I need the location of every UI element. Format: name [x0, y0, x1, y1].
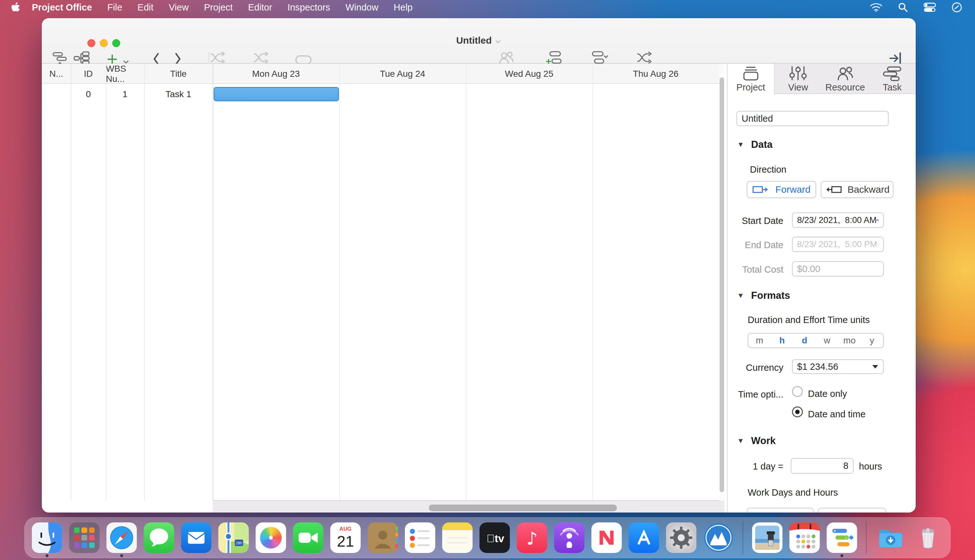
vertical-scrollbar-thumb[interactable] [720, 77, 724, 492]
date-and-time-label[interactable]: Date and time [808, 409, 866, 420]
date-and-time-radio[interactable] [792, 407, 803, 417]
data-section-header[interactable]: ▼ Data [737, 139, 773, 150]
gantt-task-bar[interactable] [214, 87, 339, 101]
dock-calendar-icon[interactable]: AUG21 [330, 522, 361, 553]
direction-forward-button[interactable]: Forward [747, 181, 816, 198]
inspector-panel: ProjectViewResourceTask Untitled ▼ Data … [727, 64, 916, 513]
tab-project-icon [727, 64, 774, 82]
grid-divider [71, 64, 72, 501]
menu-window[interactable]: Window [338, 0, 386, 15]
project-name-field[interactable]: Untitled [736, 111, 889, 126]
tab-label: Task [869, 82, 916, 93]
dock-photos-icon[interactable] [256, 522, 286, 553]
tab-resource[interactable]: Resource [822, 64, 869, 94]
tab-project[interactable]: Project [727, 64, 775, 95]
control-center-icon[interactable] [923, 3, 936, 12]
dock-music-icon[interactable]: ♪ [517, 522, 547, 553]
grid-divider [339, 64, 340, 501]
dock-trash-icon[interactable] [913, 522, 943, 553]
photos-app-icon [256, 522, 286, 553]
menu-editor[interactable]: Editor [241, 0, 280, 15]
baseline-chev-icon [584, 50, 615, 65]
dock-safari-icon[interactable] [107, 522, 137, 553]
svg-text:✓: ✓ [845, 535, 848, 540]
work-section-header[interactable]: ▼ Work [737, 435, 776, 447]
table-cell[interactable] [42, 84, 71, 105]
dock-preview-icon[interactable] [752, 522, 783, 553]
tab-task[interactable]: Task [869, 64, 916, 94]
dock-notes-icon[interactable] [442, 522, 473, 553]
menu-help[interactable]: Help [386, 0, 421, 15]
hours-per-day-field[interactable]: 8 [791, 458, 853, 474]
dock-mail-icon[interactable] [181, 522, 212, 553]
unit-d-segment[interactable]: d [793, 333, 816, 348]
dock-news-icon[interactable] [592, 522, 622, 553]
disclosure-triangle-icon[interactable]: ▼ [737, 437, 744, 445]
shuffle-icon [241, 50, 282, 65]
date-only-label[interactable]: Date only [808, 388, 847, 399]
dock-maps-icon[interactable]: 280 [218, 522, 249, 553]
formats-section-header[interactable]: ▼ Formats [737, 290, 790, 301]
unit-mo-segment[interactable]: mo [838, 333, 861, 348]
disclosure-triangle-icon[interactable]: ▼ [737, 140, 744, 149]
app-window: Untitled ViewAddUndoRedoConnectDisconnec… [42, 18, 916, 513]
direction-backward-button[interactable]: Backward [821, 181, 893, 198]
dock-reminders-icon[interactable] [405, 522, 435, 553]
preview-app-icon [752, 522, 783, 553]
unit-w-segment[interactable]: w [816, 333, 838, 348]
dock-project-office-icon[interactable]: ✓ [827, 522, 857, 553]
svg-text:AUG: AUG [339, 526, 352, 532]
table-column-header[interactable]: Title [144, 64, 212, 84]
dock-app-store-icon[interactable] [629, 522, 659, 553]
window-title: Untitled [42, 35, 916, 46]
dock-launchpad-icon[interactable] [69, 522, 100, 553]
calendar-app-icon: AUG21 [330, 522, 361, 553]
table-cell[interactable]: 1 [106, 84, 144, 105]
menu-inspectors[interactable]: Inspectors [280, 0, 338, 15]
table-cell[interactable]: Task 1 [144, 84, 212, 105]
unit-h-segment[interactable]: h [771, 333, 794, 348]
menu-project[interactable]: Project [196, 0, 241, 15]
menubar-app-name[interactable]: Project Office [24, 2, 100, 13]
start-date-field[interactable]: 8/23/ 2021, 8:00 AM [792, 212, 884, 228]
unit-y-segment[interactable]: y [861, 333, 883, 348]
dock-system-preferences-icon[interactable] [666, 522, 697, 553]
title-chevron-icon[interactable] [495, 40, 501, 43]
table-column-header[interactable]: ID [71, 64, 106, 84]
table-cell[interactable]: 0 [71, 84, 106, 105]
dock-mountain-app-icon[interactable] [703, 522, 734, 553]
dock-contacts-icon[interactable] [368, 522, 398, 553]
menu-view[interactable]: View [161, 0, 196, 15]
group-icon [292, 50, 315, 65]
dock-downloads-icon[interactable] [876, 522, 906, 553]
table-column-header[interactable]: N... [42, 64, 71, 84]
gantt-day-header: Thu Aug 26 [592, 64, 719, 84]
dock-facetime-icon[interactable] [293, 522, 324, 553]
disclosure-triangle-icon[interactable]: ▼ [737, 292, 744, 300]
date-only-radio[interactable] [792, 386, 803, 397]
menu-file[interactable]: File [100, 0, 130, 15]
dock-messages-icon[interactable] [144, 522, 174, 553]
menu-edit[interactable]: Edit [130, 0, 161, 15]
table-column-header[interactable]: WBS Nu... [106, 64, 144, 84]
gantt-day-header: Wed Aug 25 [466, 64, 592, 84]
wifi-icon[interactable] [870, 3, 883, 12]
clock-icon[interactable] [952, 2, 962, 13]
tab-label: Project [727, 82, 774, 93]
unit-m-segment[interactable]: m [748, 333, 771, 348]
apple-menu-icon[interactable] [12, 2, 20, 12]
direction-label: Direction [750, 164, 786, 175]
main-content: N...IDWBS Nu...TitleMon Aug 23Tue Aug 24… [42, 64, 916, 513]
dock-podcasts-icon[interactable] [554, 522, 585, 553]
work-hours-field-stub[interactable] [818, 508, 886, 513]
search-icon[interactable] [898, 2, 908, 12]
chev-left-icon [146, 50, 166, 65]
dock-tv-icon[interactable]: tv [480, 522, 510, 553]
tab-view[interactable]: View [775, 64, 822, 94]
currency-select[interactable]: $1 234.56 [792, 359, 884, 374]
dock-planner-icon[interactable] [789, 522, 820, 553]
shuffle-icon [622, 50, 667, 65]
horizontal-scrollbar-thumb[interactable] [429, 505, 617, 511]
work-days-field-stub[interactable] [747, 508, 814, 513]
dock-finder-icon[interactable] [32, 522, 62, 553]
